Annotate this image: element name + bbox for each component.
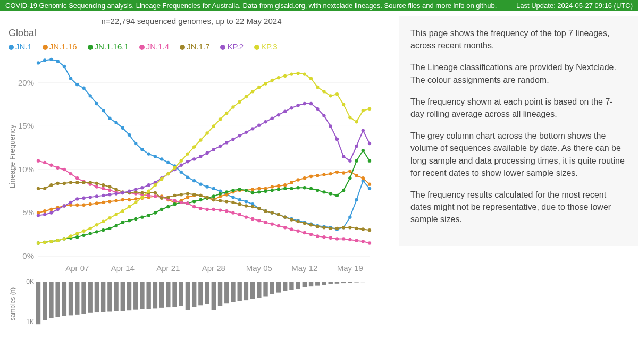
svg-point-185: [108, 189, 111, 192]
svg-rect-404: [160, 282, 164, 308]
svg-point-111: [303, 176, 306, 180]
link-nextclade[interactable]: nextclade: [323, 2, 353, 10]
svg-point-331: [43, 241, 46, 244]
svg-point-376: [335, 92, 339, 96]
svg-point-321: [316, 107, 319, 111]
svg-point-264: [283, 215, 287, 218]
svg-point-103: [251, 188, 254, 191]
svg-point-175: [43, 161, 46, 164]
legend-item[interactable]: JN.1.16.1: [88, 42, 134, 51]
svg-rect-424: [289, 282, 293, 290]
legend-item[interactable]: JN.1.7: [180, 42, 215, 51]
svg-rect-402: [146, 282, 150, 309]
svg-point-238: [114, 188, 117, 191]
svg-point-217: [316, 234, 319, 238]
svg-point-221: [342, 237, 345, 240]
svg-point-292: [128, 190, 131, 193]
link-github[interactable]: github: [476, 2, 494, 10]
svg-point-370: [296, 72, 299, 75]
svg-point-201: [212, 208, 215, 211]
svg-point-216: [309, 233, 313, 236]
svg-point-260: [257, 207, 261, 210]
svg-text:20%: 20%: [18, 78, 34, 87]
legend-dot-icon: [254, 45, 259, 50]
svg-point-82: [114, 199, 117, 202]
svg-rect-407: [179, 282, 183, 306]
svg-point-83: [121, 198, 124, 201]
svg-point-281: [56, 208, 59, 211]
legend-item[interactable]: JN.1: [9, 42, 37, 51]
svg-point-170: [348, 176, 351, 180]
svg-point-306: [219, 145, 222, 148]
legend-label: JN.1.4: [146, 42, 169, 51]
svg-point-330: [37, 241, 40, 244]
svg-point-301: [186, 160, 189, 163]
svg-point-233: [82, 181, 85, 184]
svg-text:Lineage Frequency: Lineage Frequency: [8, 125, 16, 189]
svg-text:Apr 07: Apr 07: [65, 264, 89, 273]
svg-point-41: [186, 175, 189, 179]
svg-text:15%: 15%: [18, 121, 34, 130]
svg-point-178: [63, 168, 66, 171]
svg-point-320: [309, 102, 313, 105]
svg-point-269: [316, 225, 319, 228]
svg-point-32: [128, 133, 131, 137]
svg-point-164: [309, 187, 313, 190]
svg-text:1K: 1K: [26, 318, 34, 326]
svg-point-166: [322, 190, 325, 193]
svg-point-348: [154, 183, 157, 187]
svg-point-362: [245, 95, 248, 98]
svg-point-247: [173, 194, 176, 197]
svg-point-257: [238, 202, 241, 206]
svg-point-268: [309, 223, 313, 226]
svg-point-204: [231, 211, 234, 214]
svg-rect-409: [192, 282, 196, 307]
description-paragraph: The frequency shown at each point is bas…: [410, 96, 626, 120]
svg-point-234: [89, 181, 92, 184]
svg-text:5%: 5%: [22, 208, 34, 217]
svg-rect-408: [186, 282, 190, 310]
svg-rect-421: [270, 282, 274, 294]
svg-point-109: [290, 181, 293, 184]
svg-point-165: [316, 189, 319, 192]
link-gisaid[interactable]: gisaid.org: [275, 2, 305, 10]
svg-point-19: [43, 58, 46, 62]
svg-point-242: [140, 191, 144, 194]
svg-point-167: [329, 192, 332, 195]
svg-point-200: [205, 208, 208, 211]
svg-point-324: [335, 138, 339, 141]
legend-item[interactable]: JN.1.4: [139, 42, 174, 51]
svg-text:Apr 14: Apr 14: [111, 264, 135, 273]
svg-point-344: [128, 205, 131, 208]
svg-point-265: [290, 218, 293, 221]
svg-point-34: [140, 148, 144, 151]
svg-point-272: [335, 227, 339, 230]
svg-point-21: [56, 60, 59, 63]
svg-point-289: [108, 193, 111, 196]
svg-point-353: [186, 152, 189, 155]
svg-point-147: [199, 198, 202, 201]
svg-point-115: [329, 172, 332, 175]
description-paragraph: The Lineage classifications are provided…: [410, 61, 626, 86]
svg-point-173: [368, 159, 371, 162]
legend-item[interactable]: KP.2: [220, 42, 249, 51]
svg-point-108: [283, 183, 287, 187]
svg-text:Apr 28: Apr 28: [202, 264, 225, 273]
svg-point-205: [238, 213, 241, 216]
legend-item[interactable]: JN.1.16: [43, 42, 82, 51]
svg-rect-400: [133, 282, 138, 310]
legend-item[interactable]: KP.3: [254, 42, 283, 51]
svg-point-334: [63, 237, 66, 240]
svg-rect-435: [361, 282, 365, 282]
svg-point-31: [121, 126, 124, 129]
svg-point-261: [264, 209, 267, 213]
svg-text:10%: 10%: [18, 165, 34, 174]
svg-point-184: [102, 187, 105, 190]
svg-point-294: [140, 186, 144, 189]
svg-point-379: [355, 120, 358, 123]
svg-point-136: [128, 219, 131, 222]
svg-point-312: [257, 124, 261, 127]
legend-dot-icon: [88, 45, 93, 50]
svg-rect-411: [205, 282, 209, 304]
svg-point-45: [212, 187, 215, 190]
